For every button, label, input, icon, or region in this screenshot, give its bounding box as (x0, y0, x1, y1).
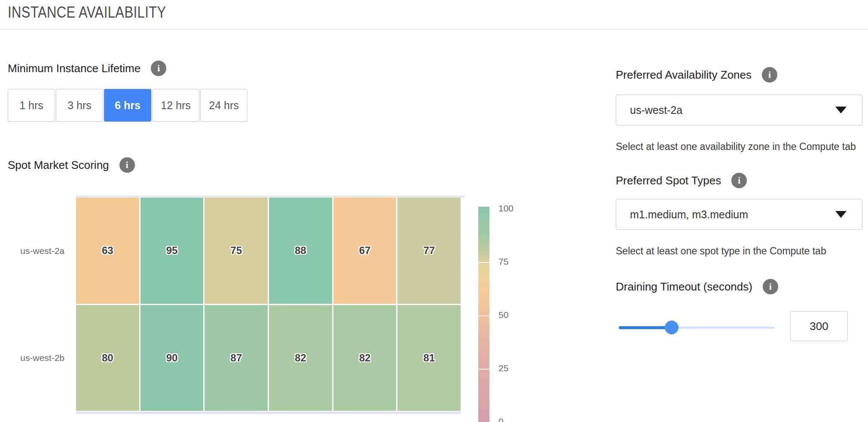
heatmap-cell-us-west-2a-col6: 77 (397, 198, 461, 304)
instance-availability-panel: INSTANCE AVAILABILITY Minimum Instance L… (0, 0, 868, 422)
spot-market-scoring-label: Spot Market Scoring (8, 159, 109, 172)
heatmap-cell-value: 80 (102, 352, 113, 364)
draining-timeout-input[interactable] (790, 311, 848, 341)
heatmap-cell-us-west-2a-col5: 67 (333, 198, 397, 304)
preferred-spot-types-label: Preferred Spot Types (616, 174, 721, 187)
spot-types-selected-value: m1.medium, m3.medium (630, 208, 748, 221)
spot-market-scoring-row: Spot Market Scoring i (8, 157, 135, 173)
heatmap-cell-value: 82 (295, 352, 306, 364)
heatmap-cell-value: 88 (295, 245, 306, 257)
heatmap-cell-value: 77 (423, 245, 435, 257)
legend-tick-label-0: 0 (498, 416, 529, 422)
heatmap-cell-value: 75 (230, 245, 242, 257)
availability-zones-selected-value: us-west-2a (630, 104, 682, 116)
heatmap-grid: 639575886777809087828281 (76, 198, 461, 411)
legend-tick-label-75: 75 (498, 257, 529, 267)
draining-timeout-row: Draining Timeout (seconds) i (616, 279, 778, 294)
draining-timeout-label: Draining Timeout (seconds) (616, 280, 752, 294)
info-icon-preferred-spot-types[interactable]: i (731, 173, 747, 188)
heatmap-axis-line (76, 412, 461, 414)
heatmap-cell-value: 67 (359, 245, 371, 257)
heatmap-cell-us-west-2b-col4: 82 (269, 305, 332, 411)
legend-tick-label-100: 100 (498, 203, 529, 214)
chevron-down-icon (835, 211, 847, 218)
heatmap-cell-us-west-2b-col3: 87 (205, 305, 268, 411)
heatmap-cell-value: 87 (230, 352, 242, 364)
lifetime-button-group: 1 hrs3 hrs6 hrs12 hrs24 hrs (8, 89, 248, 122)
draining-timeout-slider[interactable] (619, 327, 775, 329)
legend-tick-line (478, 262, 489, 263)
legend-tick-line (478, 315, 489, 316)
lifetime-option-1-hrs[interactable]: 1 hrs (8, 89, 55, 122)
heatmap-cell-value: 82 (359, 352, 371, 364)
lifetime-option-24-hrs[interactable]: 24 hrs (200, 89, 248, 122)
legend-tick-line (478, 369, 489, 370)
heatmap-cell-us-west-2a-col3: 75 (205, 198, 268, 304)
chevron-down-icon (835, 107, 847, 113)
heatmap-color-legend (478, 207, 489, 422)
legend-tick-label-50: 50 (498, 310, 529, 320)
info-icon-preferred-availability-zones[interactable]: i (762, 67, 777, 83)
heatmap-cell-us-west-2a-col2: 95 (141, 198, 204, 304)
heatmap-cell-us-west-2a-col4: 88 (269, 198, 332, 304)
lifetime-option-6-hrs[interactable]: 6 hrs (104, 89, 151, 122)
heatmap-cell-us-west-2b-col2: 90 (141, 305, 204, 411)
availability-zones-helper-text: Select at least one availability zone in… (616, 141, 856, 153)
heatmap-cell-us-west-2b-col1: 80 (76, 305, 139, 411)
heatmap-cell-value: 95 (166, 245, 178, 257)
preferred-availability-zones-label: Preferred Availability Zones (616, 68, 752, 82)
lifetime-option-12-hrs[interactable]: 12 hrs (152, 89, 199, 122)
preferred-availability-zones-row: Preferred Availability Zones i (616, 67, 777, 83)
heatmap-cell-us-west-2b-col5: 82 (333, 305, 397, 411)
info-icon-draining-timeout[interactable]: i (763, 279, 778, 294)
page-title: INSTANCE AVAILABILITY (8, 3, 166, 21)
info-icon-minimum-instance-lifetime[interactable]: i (151, 61, 166, 76)
spot-types-select[interactable]: m1.medium, m3.medium (616, 199, 862, 230)
slider-filled-track (619, 326, 672, 329)
header-divider (0, 29, 868, 30)
heatmap-cell-value: 63 (102, 245, 113, 257)
heatmap-cell-value: 81 (423, 352, 435, 364)
lifetime-option-3-hrs[interactable]: 3 hrs (56, 89, 103, 122)
legend-tick-label-25: 25 (498, 363, 529, 373)
availability-zones-select[interactable]: us-west-2a (616, 95, 862, 125)
heatmap-row-label-us-west-2a: us-west-2a (0, 246, 64, 256)
heatmap-cell-us-west-2a-col1: 63 (76, 198, 139, 304)
info-icon-spot-market-scoring[interactable]: i (119, 157, 135, 173)
minimum-instance-lifetime-label: Minimum Instance Lifetime (8, 62, 141, 75)
spot-types-helper-text: Select at least one spot type in the Com… (616, 245, 826, 257)
preferred-spot-types-row: Preferred Spot Types i (616, 173, 747, 188)
heatmap-row-label-us-west-2b: us-west-2b (0, 353, 64, 363)
slider-thumb[interactable] (665, 321, 679, 334)
heatmap-cell-us-west-2b-col6: 81 (397, 305, 461, 411)
minimum-instance-lifetime-row: Minimum Instance Lifetime i (8, 61, 166, 76)
heatmap-cell-value: 90 (166, 352, 178, 364)
